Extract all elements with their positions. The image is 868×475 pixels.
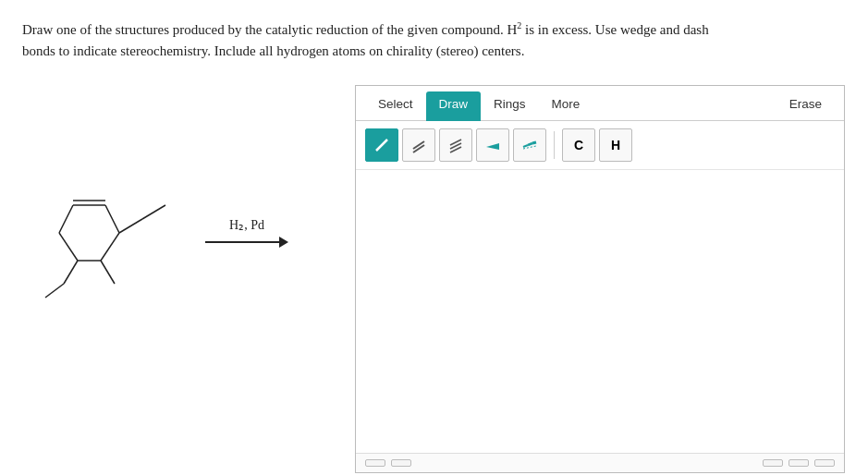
svg-line-19 (523, 145, 528, 147)
tool-row: C H (356, 121, 844, 170)
bottom-right-btn1[interactable] (763, 459, 783, 467)
svg-line-10 (64, 261, 78, 284)
tool-separator (554, 131, 555, 159)
tab-more[interactable]: More (539, 91, 593, 121)
svg-line-1 (59, 205, 73, 233)
svg-line-11 (45, 284, 64, 298)
triple-bond-tool[interactable] (439, 128, 472, 162)
tab-rings[interactable]: Rings (481, 91, 539, 121)
reaction-arrow: H₂, Pd (205, 217, 288, 248)
bottom-left-btn1[interactable] (365, 459, 385, 467)
svg-line-8 (142, 205, 165, 219)
bottom-right-btn2[interactable] (789, 459, 809, 467)
single-bond-icon (373, 136, 391, 154)
question-text: Draw one of the structures produced by t… (22, 18, 846, 63)
bottom-right-btn3[interactable] (814, 459, 835, 467)
carbon-atom-tool[interactable]: C (562, 128, 595, 162)
molecule-structure (22, 159, 189, 307)
draw-canvas[interactable] (356, 170, 844, 453)
wedge-solid-icon (483, 136, 502, 154)
wedge-dash-tool[interactable] (513, 128, 546, 162)
svg-line-21 (532, 142, 536, 143)
arrow-head (279, 237, 288, 248)
bottom-right-controls (763, 459, 835, 467)
svg-line-7 (119, 219, 142, 233)
svg-line-12 (376, 140, 387, 151)
svg-line-0 (59, 233, 78, 261)
arrow-shaft (205, 241, 279, 243)
hydrogen-atom-tool[interactable]: H (599, 128, 632, 162)
toolbar-tabs: Select Draw Rings More Erase (356, 86, 844, 121)
double-bond-icon (410, 136, 428, 154)
tab-erase[interactable]: Erase (776, 91, 835, 121)
bottom-bar (356, 453, 844, 472)
wedge-solid-tool[interactable] (476, 128, 509, 162)
draw-panel: Select Draw Rings More Erase (355, 85, 845, 473)
bottom-left-btn2[interactable] (391, 459, 411, 467)
single-bond-tool[interactable] (365, 128, 398, 162)
wedge-dash-icon (520, 136, 539, 154)
svg-line-3 (105, 205, 119, 233)
svg-line-9 (101, 261, 115, 284)
svg-marker-18 (486, 143, 499, 150)
arrow-line (205, 237, 288, 248)
tab-select[interactable]: Select (365, 91, 426, 121)
svg-line-20 (528, 143, 532, 145)
double-bond-tool[interactable] (402, 128, 435, 162)
left-panel: H₂, Pd (22, 85, 355, 307)
main-area: H₂, Pd Select Draw Rings More Erase (22, 85, 846, 473)
reagent-label: H₂, Pd (229, 217, 264, 233)
triple-bond-icon (446, 136, 465, 154)
bottom-left-controls (365, 459, 411, 467)
svg-line-4 (101, 233, 119, 261)
tab-draw[interactable]: Draw (426, 91, 482, 121)
